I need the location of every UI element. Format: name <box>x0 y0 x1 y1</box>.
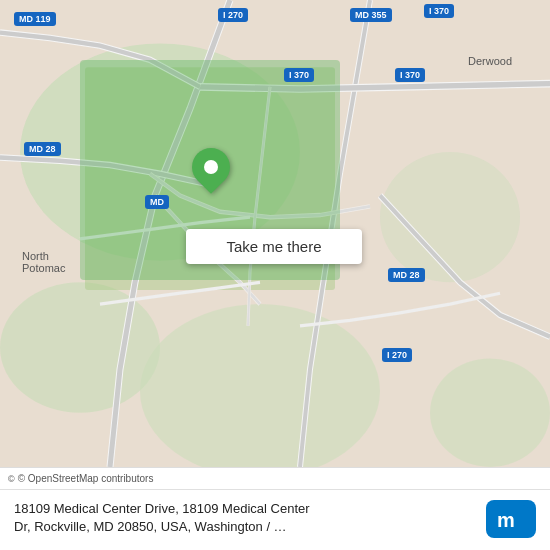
route-badge-i370-top-right: I 370 <box>424 4 454 18</box>
address-line1: 18109 Medical Center Drive, 18109 Medica… <box>14 501 310 516</box>
route-badge-md355: MD 355 <box>350 8 392 22</box>
map-area: MD 119 I 270 MD 355 I 370 I 370 I 370 MD… <box>0 0 550 467</box>
copyright-icon: © <box>8 474 15 484</box>
route-badge-md-center: MD <box>145 195 169 209</box>
route-badge-md28-right: MD 28 <box>388 268 425 282</box>
route-badge-i370-right: I 370 <box>395 68 425 82</box>
pin-body <box>184 140 238 194</box>
moovit-icon: m <box>486 500 536 538</box>
route-badge-i270-bottom: I 270 <box>382 348 412 362</box>
address-line2: Dr, Rockville, MD 20850, USA, Washington… <box>14 519 287 534</box>
route-badge-i370-center: I 370 <box>284 68 314 82</box>
attribution-text: © OpenStreetMap contributors <box>18 473 154 484</box>
map-attribution: © © OpenStreetMap contributors <box>0 467 550 489</box>
pin-dot <box>204 160 218 174</box>
svg-point-5 <box>430 358 550 467</box>
bottom-info-bar: 18109 Medical Center Drive, 18109 Medica… <box>0 489 550 550</box>
svg-point-3 <box>0 282 160 412</box>
svg-text:m: m <box>497 509 515 531</box>
route-badge-i270-top: I 270 <box>218 8 248 22</box>
route-badge-md28-left: MD 28 <box>24 142 61 156</box>
app-container: MD 119 I 270 MD 355 I 370 I 370 I 370 MD… <box>0 0 550 550</box>
address-block: 18109 Medical Center Drive, 18109 Medica… <box>14 500 476 536</box>
route-badge-md119: MD 119 <box>14 12 56 26</box>
map-label-north-potomac: NorthPotomac <box>22 250 65 274</box>
moovit-logo: m <box>486 500 536 538</box>
map-label-derwood: Derwood <box>468 55 512 67</box>
take-me-there-button[interactable]: Take me there <box>186 229 362 264</box>
map-pin <box>192 148 230 186</box>
